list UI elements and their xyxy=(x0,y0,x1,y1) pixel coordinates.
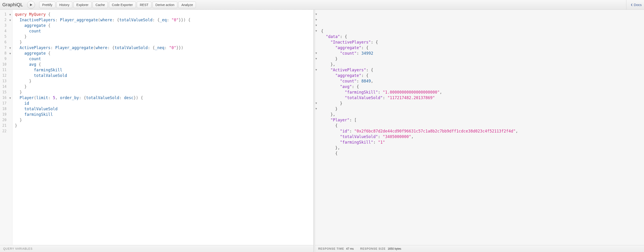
result-viewer[interactable]: ▼▼▼▼▼▼▼▼▼ { "data": { "InactivePlayers":… xyxy=(315,10,644,245)
result-footer: Response Time 47 ms Response Size 1650 b… xyxy=(315,245,644,252)
app-title: GraphiQL xyxy=(2,2,25,7)
fold-arrow-icon[interactable]: ▼ xyxy=(316,68,317,71)
response-size-value: 1650 bytes xyxy=(388,247,401,251)
toolbar-analyze-button[interactable]: Analyze xyxy=(178,1,196,8)
toolbar: GraphiQL Prettify History Explorer Cache… xyxy=(0,0,644,10)
play-icon xyxy=(30,3,33,6)
fold-arrow-icon[interactable]: ▼ xyxy=(316,57,317,60)
toolbar-history-button[interactable]: History xyxy=(56,1,72,8)
fold-arrow-icon[interactable]: ▼ xyxy=(8,51,11,56)
toolbar-prettify-button[interactable]: Prettify xyxy=(39,1,56,8)
response-size-label: Response Size xyxy=(360,247,386,251)
fold-arrow-icon[interactable]: ▼ xyxy=(316,52,317,55)
fold-arrow-icon[interactable]: ▼ xyxy=(8,45,11,51)
fold-arrow-icon[interactable]: ▼ xyxy=(316,107,317,110)
main-panels: 1 ▼2 ▼3 4 5 6 7 ▼8 ▼9 10 11 12 13 14 15 … xyxy=(0,10,644,252)
toolbar-explorer-button[interactable]: Explorer xyxy=(74,1,92,8)
toolbar-cache-button[interactable]: Cache xyxy=(92,1,108,8)
chevron-left-icon xyxy=(630,3,633,6)
response-time-label: Response Time xyxy=(318,247,344,251)
editor-code[interactable]: query MyQuery { InactivePlayers: Player_… xyxy=(12,10,314,245)
fold-arrow-icon[interactable]: ▼ xyxy=(8,17,11,23)
fold-arrow-icon[interactable]: ▼ xyxy=(316,13,317,16)
fold-arrow-icon[interactable]: ▼ xyxy=(8,95,11,101)
response-time-value: 47 ms xyxy=(346,247,354,251)
toolbar-rest-button[interactable]: REST xyxy=(137,1,152,8)
query-editor-panel: 1 ▼2 ▼3 4 5 6 7 ▼8 ▼9 10 11 12 13 14 15 … xyxy=(0,10,314,252)
result-panel: ▼▼▼▼▼▼▼▼▼ { "data": { "InactivePlayers":… xyxy=(315,10,644,252)
docs-button[interactable]: Docs xyxy=(626,0,642,9)
query-variables-label: Query Variables xyxy=(3,247,32,251)
toolbar-code-exporter-button[interactable]: Code Exporter xyxy=(109,1,136,8)
fold-arrow-icon[interactable]: ▼ xyxy=(316,29,317,32)
svg-marker-0 xyxy=(30,3,32,6)
toolbar-derive-action-button[interactable]: Derive action xyxy=(152,1,178,8)
docs-label: Docs xyxy=(634,3,642,7)
fold-arrow-icon[interactable]: ▼ xyxy=(316,102,317,105)
query-variables-bar[interactable]: Query Variables xyxy=(0,245,314,252)
fold-arrow-icon[interactable]: ▼ xyxy=(8,12,11,17)
fold-arrow-icon[interactable]: ▼ xyxy=(316,18,317,21)
editor-gutter: 1 ▼2 ▼3 4 5 6 7 ▼8 ▼9 10 11 12 13 14 15 … xyxy=(0,10,12,245)
execute-button[interactable] xyxy=(27,1,35,9)
fold-arrow-icon[interactable]: ▼ xyxy=(316,24,317,27)
query-editor[interactable]: 1 ▼2 ▼3 4 5 6 7 ▼8 ▼9 10 11 12 13 14 15 … xyxy=(0,10,314,245)
